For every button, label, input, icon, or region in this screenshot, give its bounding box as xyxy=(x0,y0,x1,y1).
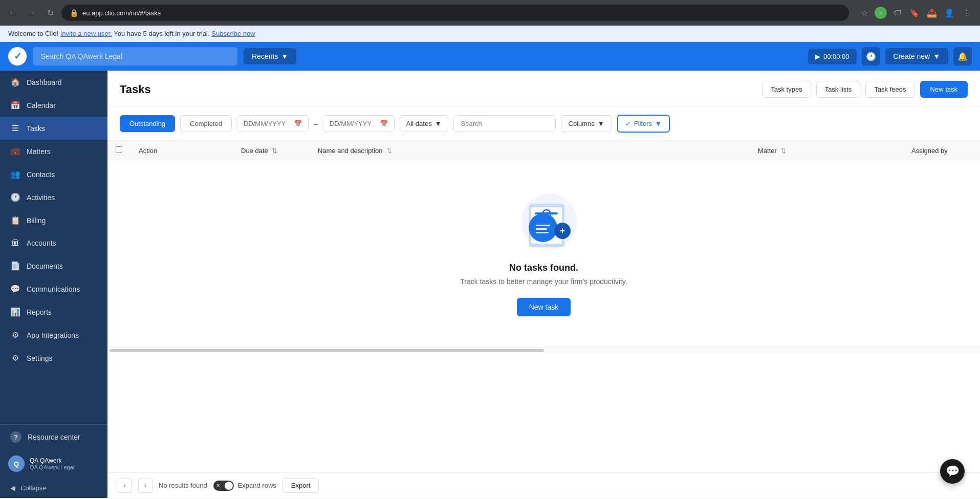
table-header-due-date[interactable]: Due date ⇅ xyxy=(233,141,310,160)
filter-bar: Outstanding Completed 📅 – 📅 All dates ▼ … xyxy=(107,106,980,141)
communications-icon: 💬 xyxy=(10,284,20,294)
sidebar: 🏠 Dashboard 📅 Calendar ☰ Tasks 💼 Matters… xyxy=(0,71,107,498)
table-header-checkbox xyxy=(107,141,130,160)
date-to-input[interactable]: 📅 xyxy=(323,115,395,132)
page-header: Tasks Task types Task lists Task feeds N… xyxy=(107,71,980,106)
tasks-icon: ☰ xyxy=(10,123,20,133)
calendar-to-icon: 📅 xyxy=(380,120,388,127)
sidebar-item-app-integrations[interactable]: ⚙ App Integrations xyxy=(0,323,107,346)
empty-new-task-button[interactable]: New task xyxy=(517,298,571,316)
sidebar-item-contacts[interactable]: 👥 Contacts xyxy=(0,163,107,186)
sidebar-item-label: App Integrations xyxy=(27,331,79,339)
new-task-button[interactable]: New task xyxy=(920,81,968,98)
sidebar-item-matters[interactable]: 💼 Matters xyxy=(0,140,107,163)
select-all-checkbox[interactable] xyxy=(116,146,122,153)
app-integrations-icon: ⚙ xyxy=(10,330,20,340)
forward-button[interactable]: → xyxy=(25,6,39,20)
bottom-bar: ‹ › No results found ✕ Expand rows Expor… xyxy=(107,472,980,498)
sidebar-item-label: Billing xyxy=(27,216,46,225)
task-feeds-button[interactable]: Task feeds xyxy=(865,81,914,98)
sidebar-item-settings[interactable]: ⚙ Settings xyxy=(0,346,107,370)
chat-icon: 💬 xyxy=(946,465,960,478)
table-header-action: Action xyxy=(130,141,233,160)
subscribe-link[interactable]: Subscribe now xyxy=(211,30,255,37)
home-icon: 🏠 xyxy=(10,77,20,87)
toggle-slider: ✕ xyxy=(213,481,234,491)
columns-button[interactable]: Columns ▼ xyxy=(561,115,612,132)
app-header: ✓ Recents ▼ ▶ 00:00:00 🕐 Create new ▼ 🔔 xyxy=(0,42,980,71)
search-input[interactable] xyxy=(453,115,556,132)
create-new-button[interactable]: Create new ▼ xyxy=(885,48,948,64)
empty-state: + No tasks found. Track tasks to better … xyxy=(107,160,980,347)
tab-outstanding[interactable]: Outstanding xyxy=(120,115,175,132)
chat-bubble-button[interactable]: 💬 xyxy=(940,459,965,484)
sidebar-item-label: Calendar xyxy=(27,101,56,110)
create-new-label: Create new xyxy=(894,52,930,60)
notifications-button[interactable]: 🔔 xyxy=(953,47,972,66)
clock-icon: 🕐 xyxy=(866,52,876,61)
table-header-name[interactable]: Name and description ⇅ xyxy=(310,141,750,160)
empty-title: No tasks found. xyxy=(509,263,578,273)
date-from-field[interactable] xyxy=(244,120,290,127)
next-page-button[interactable]: › xyxy=(138,479,153,493)
task-types-button[interactable]: Task types xyxy=(762,81,811,98)
table-header-matter[interactable]: Matter ⇅ xyxy=(750,141,903,160)
reload-button[interactable]: ↻ xyxy=(43,6,57,20)
date-from-input[interactable]: 📅 xyxy=(237,115,309,132)
sidebar-item-label: Reports xyxy=(27,308,52,316)
menu-icon[interactable]: ⋮ xyxy=(960,6,974,20)
toggle-x-icon: ✕ xyxy=(216,483,220,488)
sidebar-item-label: Tasks xyxy=(27,124,45,133)
sidebar-item-billing[interactable]: 📋 Billing xyxy=(0,209,107,232)
address-bar[interactable]: 🔒 eu.app.clio.com/nc/#/tasks xyxy=(61,5,849,21)
task-lists-button[interactable]: Task lists xyxy=(816,81,861,98)
ext-2-icon[interactable]: 🏷 xyxy=(890,6,904,20)
sort-matter-icon: ⇅ xyxy=(780,147,786,155)
invite-link[interactable]: Invite a new user. xyxy=(60,30,112,37)
export-button[interactable]: Export xyxy=(282,478,319,493)
sidebar-item-resource-center[interactable]: ? Resource center xyxy=(0,425,107,449)
sidebar-item-documents[interactable]: 📄 Documents xyxy=(0,254,107,277)
date-range-dropdown[interactable]: All dates ▼ xyxy=(400,115,448,132)
collapse-label: Collapse xyxy=(20,484,47,492)
profile-icon[interactable]: 👤 xyxy=(942,6,956,20)
filter-check-icon: ✓ xyxy=(625,120,631,127)
url-text: eu.app.clio.com/nc/#/tasks xyxy=(82,9,161,17)
sidebar-item-communications[interactable]: 💬 Communications xyxy=(0,277,107,300)
svg-text:Q: Q xyxy=(14,460,19,468)
sidebar-item-dashboard[interactable]: 🏠 Dashboard xyxy=(0,71,107,94)
sidebar-item-tasks[interactable]: ☰ Tasks xyxy=(0,117,107,140)
expand-toggle-switch[interactable]: ✕ xyxy=(213,481,234,491)
sidebar-item-accounts[interactable]: 🏛 Accounts xyxy=(0,232,107,254)
sidebar-item-activities[interactable]: 🕐 Activities xyxy=(0,186,107,209)
header-right: ▶ 00:00:00 🕐 Create new ▼ 🔔 xyxy=(808,47,972,66)
sidebar-item-calendar[interactable]: 📅 Calendar xyxy=(0,94,107,117)
ext-4-icon[interactable]: 📥 xyxy=(925,6,939,20)
sidebar-user[interactable]: Q QA QAwerk QA QAwerk Legal xyxy=(0,449,107,478)
notification-bar: Welcome to Clio! Invite a new user. You … xyxy=(0,26,980,42)
clock-button[interactable]: 🕐 xyxy=(862,47,880,66)
app-logo[interactable]: ✓ xyxy=(8,47,27,66)
prev-page-button[interactable]: ‹ xyxy=(118,479,132,493)
sort-due-date-icon: ⇅ xyxy=(272,147,277,155)
recents-button[interactable]: Recents ▼ xyxy=(244,48,296,64)
bookmark-icon[interactable]: ☆ xyxy=(857,6,872,20)
ext-3-icon[interactable]: 🔖 xyxy=(907,6,922,20)
ext-1-icon[interactable]: ● xyxy=(875,7,887,19)
expand-rows-toggle[interactable]: ✕ Expand rows xyxy=(213,481,276,491)
documents-icon: 📄 xyxy=(10,261,20,271)
timer-button[interactable]: ▶ 00:00:00 xyxy=(808,49,857,64)
back-button[interactable]: ← xyxy=(6,6,20,20)
filters-button[interactable]: ✓ Filters ▼ xyxy=(617,115,670,133)
sidebar-item-reports[interactable]: 📊 Reports xyxy=(0,300,107,323)
sidebar-item-collapse[interactable]: ◀ Collapse xyxy=(0,478,107,498)
empty-subtitle: Track tasks to better manage your firm's… xyxy=(460,277,627,286)
tab-completed[interactable]: Completed xyxy=(180,115,232,132)
sidebar-item-label: Accounts xyxy=(27,239,56,247)
sidebar-item-label: Contacts xyxy=(27,170,55,179)
recents-label: Recents xyxy=(252,52,278,60)
activities-icon: 🕐 xyxy=(10,192,20,202)
global-search-input[interactable] xyxy=(33,47,237,66)
settings-icon: ⚙ xyxy=(10,353,20,363)
date-to-field[interactable] xyxy=(330,120,376,127)
